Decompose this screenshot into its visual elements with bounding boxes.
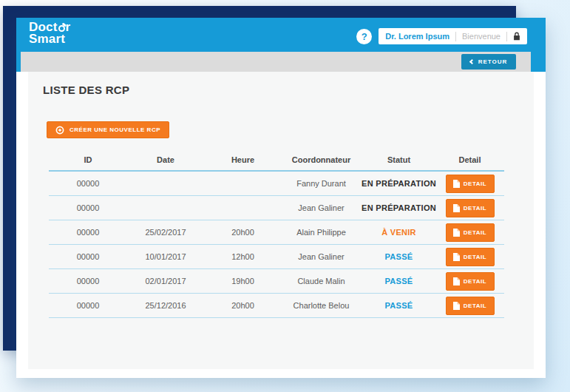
document-icon — [453, 302, 460, 310]
document-icon — [453, 277, 460, 285]
detail-button[interactable]: DETAIL — [446, 297, 495, 315]
col-header-detail: Detail — [437, 155, 503, 164]
lock-icon[interactable] — [513, 32, 520, 41]
col-header-coordonnateur: Coordonnateur — [282, 155, 361, 164]
table-row: 0000025/02/201720h00Alain PhilippeÀ VENI… — [49, 220, 504, 245]
detail-button-label: DETAIL — [464, 205, 486, 212]
cell-detail: DETAIL — [437, 175, 503, 193]
cell-heure: 20h00 — [204, 228, 282, 237]
cell-coordonnateur: Alain Philippe — [282, 228, 361, 237]
cell-id: 00000 — [49, 203, 127, 212]
cell-detail: DETAIL — [437, 297, 503, 315]
cell-coordonnateur: Jean Galiner — [282, 203, 361, 212]
detail-button[interactable]: DETAIL — [446, 248, 495, 266]
document-icon — [453, 204, 460, 212]
detail-button[interactable]: DETAIL — [446, 175, 495, 193]
toolbar: RETOUR — [21, 52, 531, 72]
content-area: LISTE DES RCP CRÉER UNE NOUVELLE RCP ID … — [16, 72, 546, 378]
create-rcp-label: CRÉER UNE NOUVELLE RCP — [69, 126, 160, 133]
plus-circle-icon — [55, 126, 64, 135]
app-header: Doctr Smart ? Dr. Lorem Ipsum Bienvenue … — [16, 18, 546, 72]
doctor-smart-logo: Doctr Smart — [29, 21, 70, 45]
status-badge: EN PRÉPARATION — [361, 179, 437, 188]
cell-date: 10/01/2017 — [127, 252, 204, 261]
page-title: LISTE DES RCP — [28, 72, 534, 96]
status-badge: PASSÉ — [361, 252, 437, 261]
document-icon — [453, 253, 460, 261]
cell-detail: DETAIL — [437, 248, 503, 266]
detail-button[interactable]: DETAIL — [446, 272, 495, 291]
cell-id: 00000 — [49, 228, 127, 237]
detail-button[interactable]: DETAIL — [446, 199, 495, 217]
divider — [506, 32, 507, 41]
table-header-row: ID Date Heure Coordonnateur Statut Detai… — [49, 149, 504, 170]
welcome-text: Bienvenue — [462, 32, 501, 41]
user-name[interactable]: Dr. Lorem Ipsum — [385, 32, 449, 41]
col-header-id: ID — [49, 155, 127, 164]
chevron-left-icon — [469, 59, 475, 64]
back-button-label: RETOUR — [478, 58, 508, 65]
header-right: ? Dr. Lorem Ipsum Bienvenue — [356, 28, 527, 44]
col-header-statut: Statut — [361, 155, 437, 164]
cell-detail: DETAIL — [437, 199, 503, 217]
app-window: Doctr Smart ? Dr. Lorem Ipsum Bienvenue … — [16, 18, 546, 378]
col-header-date: Date — [127, 155, 204, 164]
detail-button-label: DETAIL — [464, 254, 486, 260]
cell-detail: DETAIL — [437, 223, 503, 242]
cell-heure: 20h00 — [204, 301, 282, 310]
document-icon — [453, 229, 460, 237]
logo-pin-icon — [58, 25, 65, 32]
content-panel: LISTE DES RCP CRÉER UNE NOUVELLE RCP ID … — [28, 72, 534, 369]
cell-coordonnateur: Jean Galiner — [282, 252, 361, 261]
user-menu[interactable]: Dr. Lorem Ipsum Bienvenue — [379, 28, 527, 44]
table-row: 00000Jean GalinerEN PRÉPARATIONDETAIL — [49, 196, 504, 220]
table-body: 00000Fanny DurantEN PRÉPARATIONDETAIL000… — [49, 172, 504, 318]
cell-heure: 12h00 — [204, 252, 282, 261]
cell-id: 00000 — [49, 179, 127, 188]
document-icon — [453, 180, 460, 188]
divider — [455, 32, 456, 41]
question-mark: ? — [362, 31, 367, 42]
status-badge: PASSÉ — [361, 301, 437, 310]
status-badge: EN PRÉPARATION — [361, 203, 437, 212]
cell-heure: 19h00 — [204, 277, 282, 285]
detail-button-label: DETAIL — [464, 303, 486, 309]
logo-line2: Smart — [29, 33, 70, 45]
cell-date: 02/01/2017 — [127, 277, 204, 285]
table-row: 0000025/12/201620h00Charlotte BelouPASSÉ… — [49, 294, 504, 318]
cell-coordonnateur: Fanny Durant — [282, 179, 361, 188]
cell-coordonnateur: Charlotte Belou — [282, 301, 361, 310]
cell-date: 25/12/2016 — [127, 301, 204, 310]
cell-id: 00000 — [49, 277, 127, 285]
cell-coordonnateur: Claude Malin — [282, 277, 361, 285]
status-badge: PASSÉ — [361, 277, 437, 285]
detail-button-label: DETAIL — [464, 180, 486, 187]
table-row: 0000002/01/201719h00Claude MalinPASSÉDET… — [49, 269, 504, 294]
cell-date: 25/02/2017 — [127, 228, 204, 237]
detail-button-label: DETAIL — [464, 229, 486, 236]
cell-id: 00000 — [49, 252, 127, 261]
detail-button-label: DETAIL — [464, 278, 486, 285]
back-button[interactable]: RETOUR — [461, 54, 516, 70]
cell-id: 00000 — [49, 301, 127, 310]
rcp-table: ID Date Heure Coordonnateur Statut Detai… — [49, 149, 504, 318]
table-row: 00000Fanny DurantEN PRÉPARATIONDETAIL — [49, 172, 504, 196]
table-row: 0000010/01/201712h00Jean GalinerPASSÉDET… — [49, 245, 504, 269]
col-header-heure: Heure — [204, 155, 282, 164]
status-badge: À VENIR — [361, 228, 437, 237]
create-rcp-button[interactable]: CRÉER UNE NOUVELLE RCP — [47, 121, 169, 138]
detail-button[interactable]: DETAIL — [446, 223, 495, 242]
cell-detail: DETAIL — [437, 272, 503, 291]
help-icon[interactable]: ? — [356, 29, 372, 44]
